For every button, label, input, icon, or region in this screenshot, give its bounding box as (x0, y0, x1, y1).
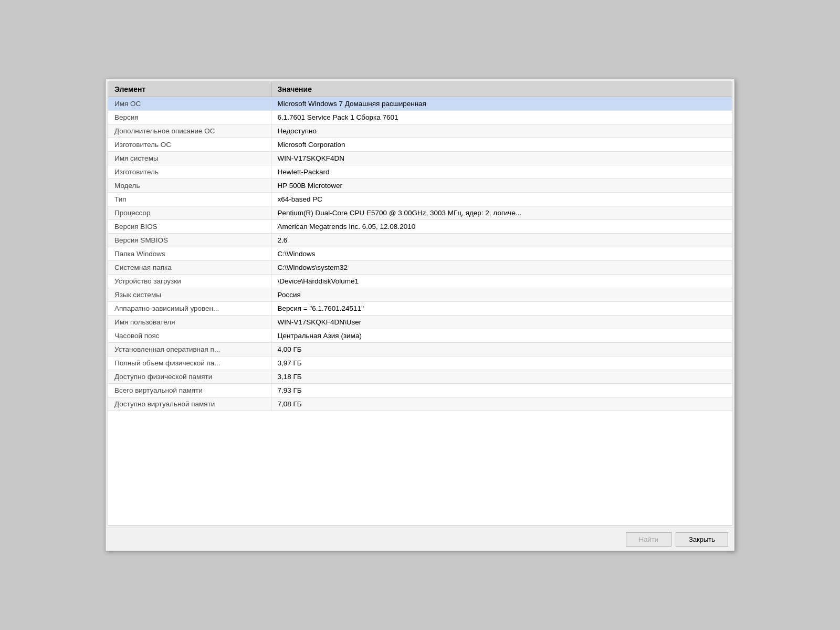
cell-value: Microsoft Corporation (271, 138, 732, 152)
system-info-table-container: Элемент Значение Имя ОСMicrosoft Windows… (108, 81, 732, 526)
table-row: Установленная оперативная п...4,00 ГБ (108, 343, 732, 356)
table-row: Всего виртуальной памяти7,93 ГБ (108, 384, 732, 397)
search-button[interactable]: Найти (626, 532, 671, 547)
table-row: Изготовитель ОСMicrosoft Corporation (108, 138, 732, 152)
table-row: Аппаратно-зависимый уровен...Версия = "6… (108, 302, 732, 316)
cell-value: C:\Windows (271, 247, 732, 261)
table-row: Папка WindowsC:\Windows (108, 247, 732, 261)
table-row: ПроцессорPentium(R) Dual-Core CPU E5700 … (108, 206, 732, 220)
cell-value: Microsoft Windows 7 Домашняя расширенная (271, 97, 732, 111)
table-row: Устройство загрузки\Device\HarddiskVolum… (108, 275, 732, 288)
table-row: Версия SMBIOS2.6 (108, 234, 732, 247)
cell-value: 3,97 ГБ (271, 356, 732, 370)
table-row: Доступно физической памяти3,18 ГБ (108, 370, 732, 384)
cell-element: Версия BIOS (108, 220, 271, 234)
cell-value: American Megatrends Inc. 6.05, 12.08.201… (271, 220, 732, 234)
cell-value: Hewlett-Packard (271, 165, 732, 179)
col-header-element: Элемент (108, 82, 271, 97)
footer-bar: Найти Закрыть (106, 528, 734, 551)
cell-element: Тип (108, 193, 271, 206)
cell-value: Недоступно (271, 124, 732, 138)
col-header-value: Значение (271, 82, 732, 97)
cell-element: Имя ОС (108, 97, 271, 111)
cell-value: C:\Windows\system32 (271, 261, 732, 275)
cell-element: Язык системы (108, 288, 271, 302)
cell-element: Папка Windows (108, 247, 271, 261)
cell-element: Установленная оперативная п... (108, 343, 271, 356)
cell-element: Всего виртуальной памяти (108, 384, 271, 397)
cell-element: Устройство загрузки (108, 275, 271, 288)
table-row: Типx64-based PC (108, 193, 732, 206)
close-button[interactable]: Закрыть (676, 532, 728, 547)
table-row: Имя системыWIN-V17SKQKF4DN (108, 152, 732, 165)
cell-element: Полный объем физической па... (108, 356, 271, 370)
table-row: Версия6.1.7601 Service Pack 1 Сборка 760… (108, 111, 732, 124)
cell-value: 3,18 ГБ (271, 370, 732, 384)
table-row: Полный объем физической па...3,97 ГБ (108, 356, 732, 370)
table-row: Версия BIOSAmerican Megatrends Inc. 6.05… (108, 220, 732, 234)
cell-element: Версия (108, 111, 271, 124)
table-row: Язык системыРоссия (108, 288, 732, 302)
cell-element: Изготовитель (108, 165, 271, 179)
cell-value: 7,08 ГБ (271, 397, 732, 411)
cell-value: \Device\HarddiskVolume1 (271, 275, 732, 288)
cell-value: Pentium(R) Dual-Core CPU E5700 @ 3.00GHz… (271, 206, 732, 220)
cell-element: Доступно физической памяти (108, 370, 271, 384)
table-row: Системная папкаC:\Windows\system32 (108, 261, 732, 275)
table-row: ИзготовительHewlett-Packard (108, 165, 732, 179)
cell-value: WIN-V17SKQKF4DN (271, 152, 732, 165)
cell-element: Имя пользователя (108, 316, 271, 329)
cell-value: x64-based PC (271, 193, 732, 206)
cell-value: WIN-V17SKQKF4DN\User (271, 316, 732, 329)
cell-value: 7,93 ГБ (271, 384, 732, 397)
cell-value: Версия = "6.1.7601.24511" (271, 302, 732, 316)
cell-element: Системная папка (108, 261, 271, 275)
cell-element: Изготовитель ОС (108, 138, 271, 152)
cell-value: Центральная Азия (зима) (271, 329, 732, 343)
cell-value: 2.6 (271, 234, 732, 247)
cell-element: Версия SMBIOS (108, 234, 271, 247)
cell-element: Процессор (108, 206, 271, 220)
system-info-window: Элемент Значение Имя ОСMicrosoft Windows… (105, 79, 735, 551)
table-row: Дополнительное описание ОСНедоступно (108, 124, 732, 138)
cell-value: HP 500B Microtower (271, 179, 732, 193)
cell-element: Дополнительное описание ОС (108, 124, 271, 138)
cell-element: Доступно виртуальной памяти (108, 397, 271, 411)
cell-value: 4,00 ГБ (271, 343, 732, 356)
cell-element: Имя системы (108, 152, 271, 165)
cell-value: Россия (271, 288, 732, 302)
table-row: МодельHP 500B Microtower (108, 179, 732, 193)
table-row: Имя пользователяWIN-V17SKQKF4DN\User (108, 316, 732, 329)
cell-element: Модель (108, 179, 271, 193)
table-row: Имя ОСMicrosoft Windows 7 Домашняя расши… (108, 97, 732, 111)
system-info-table: Элемент Значение Имя ОСMicrosoft Windows… (108, 82, 732, 411)
cell-element: Часовой пояс (108, 329, 271, 343)
cell-value: 6.1.7601 Service Pack 1 Сборка 7601 (271, 111, 732, 124)
table-row: Часовой поясЦентральная Азия (зима) (108, 329, 732, 343)
cell-element: Аппаратно-зависимый уровен... (108, 302, 271, 316)
table-row: Доступно виртуальной памяти7,08 ГБ (108, 397, 732, 411)
